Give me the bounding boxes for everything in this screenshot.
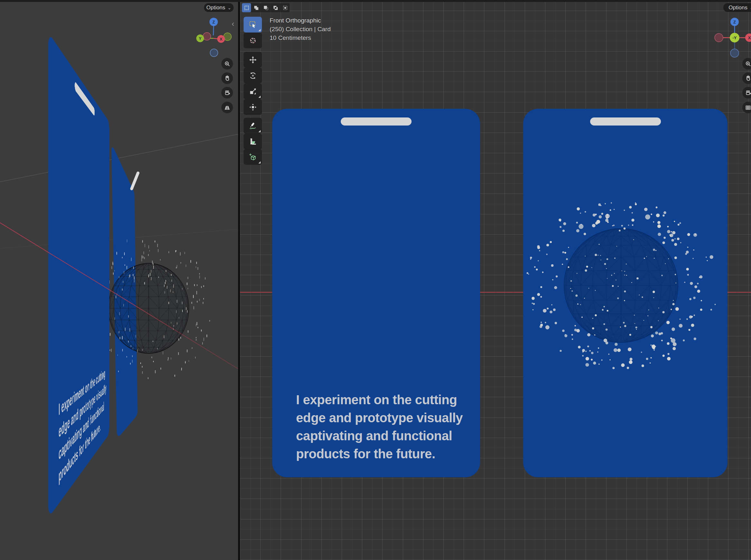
grid-icon xyxy=(745,104,751,111)
navigation-gizmo-right[interactable]: Z -Y X xyxy=(711,13,751,61)
select-mode-group xyxy=(242,3,289,12)
camera-icon xyxy=(224,89,231,96)
select-mode-subtract[interactable] xyxy=(261,3,270,12)
card-object-front[interactable]: I experiment on the cutting edge and pro… xyxy=(48,32,109,518)
view-name-text: Front Orthographic xyxy=(270,16,331,25)
tool-move[interactable] xyxy=(244,52,262,67)
select-mode-difference[interactable] xyxy=(271,3,280,12)
options-label: Options xyxy=(206,4,225,11)
gizmo-neg-z-ball[interactable] xyxy=(730,49,739,57)
gizmo-z-label: Z xyxy=(212,20,215,24)
camera-view-button[interactable] xyxy=(742,87,751,99)
card-notch-pill xyxy=(341,118,411,125)
viewport-splitter[interactable] xyxy=(238,0,240,560)
select-subtract-icon xyxy=(263,5,269,11)
gizmo-neg-x-ball[interactable] xyxy=(203,33,211,40)
chevron-down-icon: ⌄ xyxy=(750,6,751,9)
perspective-grid-icon xyxy=(224,104,231,111)
select-extend-icon xyxy=(253,5,259,11)
chevron-down-icon: ⌄ xyxy=(227,6,231,9)
camera-icon xyxy=(745,89,751,96)
transform-icon xyxy=(248,103,258,112)
viewport-info-overlay: Front Orthographic (250) Collection | Ca… xyxy=(270,16,331,42)
card-body-text: I experiment on the cutting edge and pro… xyxy=(296,391,463,463)
camera-view-button[interactable] xyxy=(221,87,233,99)
viewport-right-orthographic: I experiment on the cutting edge and pro… xyxy=(240,0,751,560)
card-text-line: I experiment on the cutting xyxy=(296,391,463,409)
card-notch-pill xyxy=(75,81,95,117)
perspective-toggle-button[interactable] xyxy=(221,102,233,113)
tool-annotate[interactable] xyxy=(244,118,262,134)
hand-icon xyxy=(224,75,231,82)
magnifier-plus-icon xyxy=(745,60,751,67)
options-label: Options xyxy=(729,4,748,11)
tool-transform[interactable] xyxy=(244,99,262,115)
gizmo-neg-y-label: -Y xyxy=(733,35,737,40)
gizmo-z-label: Z xyxy=(733,20,736,24)
zoom-button[interactable] xyxy=(742,58,751,69)
scale-icon xyxy=(248,87,258,96)
card-body-text: I experiment on the cutting edge and pro… xyxy=(59,364,106,488)
left-3d-projection: I experiment on the cutting edge and pro… xyxy=(0,0,238,560)
cursor-icon xyxy=(248,36,258,45)
hand-icon xyxy=(745,75,751,82)
select-box-icon xyxy=(248,20,258,29)
move-icon xyxy=(248,55,258,64)
navigation-gizmo-left[interactable]: Z Y X xyxy=(193,13,238,61)
select-intersect-icon xyxy=(283,5,288,11)
measure-icon xyxy=(248,137,258,146)
gizmo-neg-z-ball[interactable] xyxy=(210,49,218,57)
card-text-line: edge and prototype visually xyxy=(296,409,463,427)
wireframe-sphere-right xyxy=(523,109,728,477)
select-mode-set[interactable] xyxy=(242,3,251,12)
zoom-button[interactable] xyxy=(221,58,233,69)
select-mode-intersect[interactable] xyxy=(281,3,289,12)
card-text-line: captivating and functional xyxy=(296,427,463,445)
card-object-text[interactable]: I experiment on the cutting edge and pro… xyxy=(272,109,480,477)
window-top-border xyxy=(0,0,751,2)
gizmo-neg-x-ball[interactable] xyxy=(715,34,723,42)
pan-button[interactable] xyxy=(742,73,751,84)
orthographic-grid-button[interactable] xyxy=(742,102,751,113)
tool-select-box[interactable] xyxy=(244,17,262,33)
rotate-icon xyxy=(248,71,258,80)
annotate-pencil-icon xyxy=(248,121,258,131)
select-difference-icon xyxy=(273,5,278,11)
blender-window: I experiment on the cutting edge and pro… xyxy=(0,0,751,560)
options-dropdown-right[interactable]: Options ⌄ xyxy=(723,3,751,12)
gizmo-y-label: Y xyxy=(199,36,202,41)
magnifier-plus-icon xyxy=(224,60,231,67)
tool-measure[interactable] xyxy=(244,134,262,149)
gizmo-x-label: X xyxy=(748,35,751,40)
gizmo-x-label: X xyxy=(220,37,223,41)
card-text-line: products for the future. xyxy=(296,445,463,463)
collection-text: (250) Collection | Card xyxy=(270,25,331,34)
options-dropdown-left[interactable]: Options ⌄ xyxy=(204,3,234,12)
tool-rotate[interactable] xyxy=(244,67,262,83)
grid-scale-text: 10 Centimeters xyxy=(270,34,331,42)
tool-scale[interactable] xyxy=(244,83,262,99)
sphere-mesh xyxy=(564,228,678,342)
add-cube-icon xyxy=(248,153,258,162)
card-object-sphere[interactable] xyxy=(523,109,728,477)
pan-button[interactable] xyxy=(221,73,233,84)
select-mode-extend[interactable] xyxy=(251,3,261,12)
tool-cursor[interactable] xyxy=(244,33,262,48)
select-set-icon xyxy=(244,5,249,11)
viewport-left-perspective: I experiment on the cutting edge and pro… xyxy=(0,0,238,560)
tool-add-cube[interactable] xyxy=(244,149,262,165)
